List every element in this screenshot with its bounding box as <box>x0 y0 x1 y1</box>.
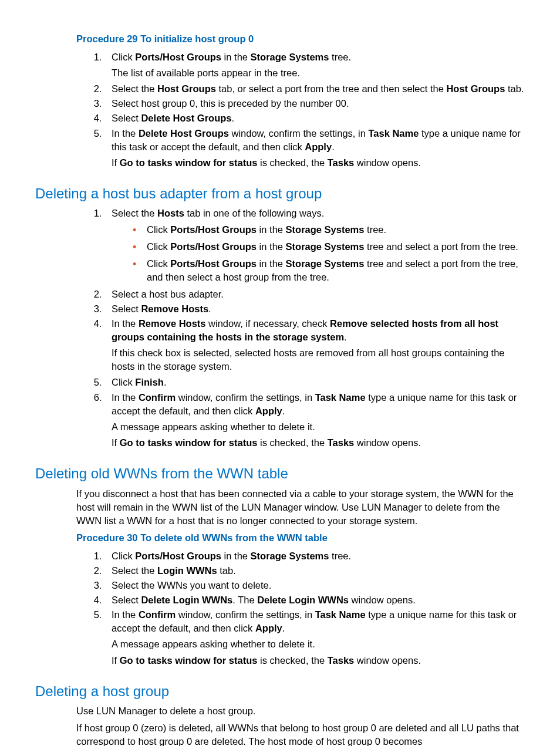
step-note: If Go to tasks window for status is chec… <box>112 156 525 170</box>
procedure-30-steps: Click Ports/Host Groups in the Storage S… <box>76 549 525 667</box>
list-item: Click Ports/Host Groups in the Storage S… <box>133 223 525 237</box>
section-deleting-hba: Deleting a host bus adapter from a host … <box>35 184 525 204</box>
procedure-30-heading: Procedure 30 To delete old WWNs from the… <box>76 531 525 545</box>
body-text: If host group 0 (zero) is deleted, all W… <box>76 721 525 746</box>
list-item: In the Confirm window, confirm the setti… <box>104 391 525 450</box>
list-item: Click Ports/Host Groups in the Storage S… <box>133 240 525 254</box>
list-item: Select Remove Hosts. <box>104 302 525 316</box>
section-a-steps: Select the Hosts tab in one of the follo… <box>76 207 525 450</box>
step-note: A message appears asking whether to dele… <box>112 420 525 434</box>
step-note: A message appears asking whether to dele… <box>112 637 525 651</box>
step-note: If Go to tasks window for status is chec… <box>112 654 525 667</box>
list-item: Select host group 0, this is preceded by… <box>104 97 525 110</box>
section-deleting-host-group: Deleting a host group <box>35 681 525 701</box>
body-text: Use LUN Manager to delete a host group. <box>76 704 525 718</box>
list-item: Select the Login WWNs tab. <box>104 564 525 578</box>
list-item: Select the WWNs you want to delete. <box>104 579 525 592</box>
list-item: Select the Hosts tab in one of the follo… <box>104 207 525 283</box>
section-deleting-wwns: Deleting old WWNs from the WWN table <box>35 464 525 484</box>
procedure-29-heading: Procedure 29 To initialize host group 0 <box>76 32 525 46</box>
list-item: Select Delete Host Groups. <box>104 112 525 125</box>
list-item: Click Ports/Host Groups in the Storage S… <box>104 549 525 563</box>
step-note: The list of available ports appear in th… <box>112 66 525 80</box>
list-item: Click Finish. <box>104 376 525 389</box>
step-note: If Go to tasks window for status is chec… <box>112 436 525 450</box>
list-item: Click Ports/Host Groups in the Storage S… <box>104 50 525 80</box>
list-item: In the Confirm window, confirm the setti… <box>104 608 525 667</box>
list-item: Select Delete Login WWNs. The Delete Log… <box>104 593 525 607</box>
step-note: If this check box is selected, selected … <box>112 346 525 373</box>
procedure-29-steps: Click Ports/Host Groups in the Storage S… <box>76 50 525 170</box>
list-item: Select the Host Groups tab, or select a … <box>104 82 525 96</box>
list-item: In the Remove Hosts window, if necessary… <box>104 317 525 373</box>
list-item: In the Delete Host Groups window, confir… <box>104 127 525 170</box>
sublist: Click Ports/Host Groups in the Storage S… <box>112 223 525 284</box>
section-intro: If you disconnect a host that has been c… <box>76 487 525 528</box>
list-item: Select a host bus adapter. <box>104 288 525 301</box>
list-item: Click Ports/Host Groups in the Storage S… <box>133 257 525 284</box>
